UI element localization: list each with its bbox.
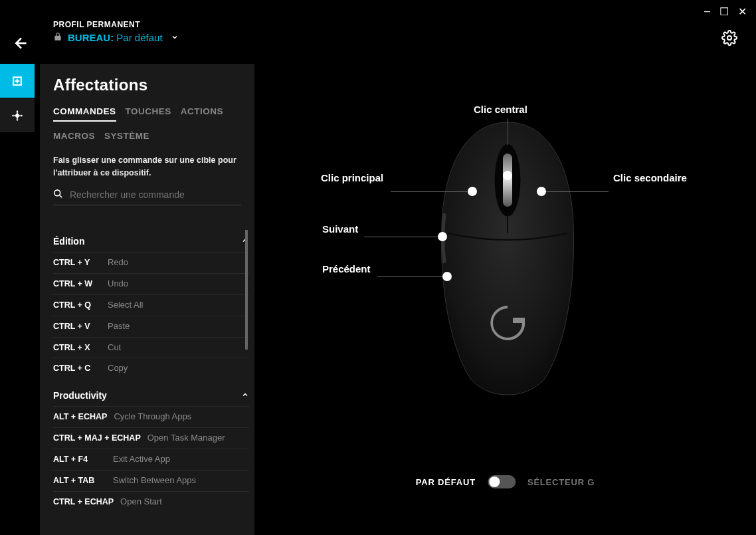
scrollbar-thumb[interactable]: [245, 230, 248, 350]
rail-sensitivity[interactable]: [0, 98, 35, 133]
cmd-switch-apps[interactable]: ALT + TABSwitch Between Apps: [53, 470, 249, 491]
lead-center: [508, 118, 508, 145]
label-forward: Suivant: [322, 223, 358, 235]
cmd-exit-app[interactable]: ALT + F4Exit Active App: [53, 449, 249, 470]
cmd-cycle-apps[interactable]: ALT + ECHAPCycle Through Apps: [53, 406, 249, 427]
dot-primary[interactable]: [468, 187, 477, 196]
chevron-up-icon: [241, 391, 249, 401]
cmd-select-all[interactable]: CTRL + QSelect All: [53, 294, 249, 316]
section-edition-title: Édition: [53, 236, 84, 247]
lead-forward: [364, 237, 438, 237]
dot-center[interactable]: [503, 171, 512, 180]
dot-secondary[interactable]: [537, 187, 546, 196]
device-view: Clic central Clic principal Clic seconda…: [254, 64, 756, 535]
search-input[interactable]: [70, 189, 241, 200]
tab-touches[interactable]: TOUCHES: [126, 106, 171, 122]
search-icon: [53, 189, 63, 201]
panel-tabs: COMMANDES TOUCHES ACTIONS MACROS SYSTÈME: [53, 106, 241, 145]
panel-title: Affectations: [53, 76, 241, 94]
label-secondary: Clic secondaire: [613, 172, 687, 183]
mode-toggle[interactable]: [488, 475, 516, 488]
panel-hint: Fais glisser une commande sur une cible …: [53, 154, 241, 179]
cmd-task-manager[interactable]: CTRL + MAJ + ECHAPOpen Task Manager: [53, 427, 249, 449]
assignments-panel: Affectations COMMANDES TOUCHES ACTIONS M…: [40, 64, 254, 535]
mouse-image: [431, 117, 584, 396]
side-rail: [0, 64, 35, 133]
cmd-undo[interactable]: CTRL + WUndo: [53, 273, 249, 294]
minimize-button[interactable]: –: [704, 5, 710, 18]
cmd-redo[interactable]: CTRL + YRedo: [53, 252, 249, 273]
label-primary: Clic principal: [321, 172, 383, 183]
mode-toggle-row: PAR DÉFAUT SÉLECTEUR G: [416, 475, 595, 488]
label-back: Précédent: [322, 263, 371, 274]
window-controls: – ☐ ✕: [695, 0, 756, 23]
lock-icon: [53, 32, 62, 43]
search-row: [53, 189, 241, 205]
chevron-down-icon: [171, 33, 179, 43]
svg-rect-5: [503, 154, 512, 207]
tab-systeme[interactable]: SYSTÈME: [104, 131, 149, 145]
profile-header: PROFIL PERMANENT BUREAU: Par défaut: [53, 20, 179, 43]
back-button[interactable]: [13, 35, 31, 56]
maximize-button[interactable]: ☐: [719, 5, 729, 18]
section-edition-head[interactable]: Édition: [53, 230, 249, 252]
lead-secondary: [545, 191, 609, 192]
cmd-paste[interactable]: CTRL + VPaste: [53, 316, 249, 337]
settings-button[interactable]: [721, 30, 737, 49]
dot-forward[interactable]: [438, 232, 447, 241]
mode-gselector-label: SÉLECTEUR G: [527, 477, 595, 487]
tab-actions[interactable]: ACTIONS: [181, 106, 223, 122]
lead-back: [377, 276, 444, 277]
svg-point-2: [16, 114, 19, 116]
mode-default-label: PAR DÉFAUT: [416, 477, 476, 487]
close-button[interactable]: ✕: [738, 5, 747, 18]
section-productivity-title: Productivity: [53, 390, 107, 401]
lead-primary: [391, 191, 467, 192]
tab-macros[interactable]: MACROS: [53, 131, 95, 145]
profile-selector[interactable]: BUREAU: Par défaut: [53, 32, 179, 43]
command-list[interactable]: Édition CTRL + YRedo CTRL + WUndo CTRL +…: [53, 230, 249, 535]
section-productivity-head[interactable]: Productivity: [53, 384, 249, 406]
svg-point-3: [54, 189, 60, 195]
cmd-cut[interactable]: CTRL + XCut: [53, 337, 249, 358]
profile-name: BUREAU: Par défaut: [68, 32, 163, 43]
label-center: Clic central: [474, 104, 527, 115]
tab-commandes[interactable]: COMMANDES: [53, 106, 116, 122]
dot-back[interactable]: [442, 272, 452, 281]
cmd-copy[interactable]: CTRL + CCopy: [53, 358, 249, 379]
rail-assignments[interactable]: [0, 64, 35, 98]
svg-point-0: [727, 36, 731, 40]
cmd-open-start[interactable]: CTRL + ECHAPOpen Start: [53, 491, 249, 512]
profile-type-label: PROFIL PERMANENT: [53, 20, 179, 29]
